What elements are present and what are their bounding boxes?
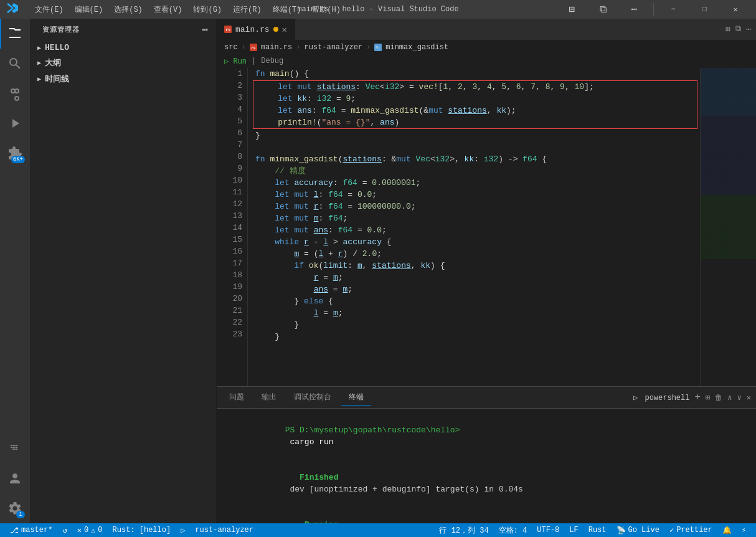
code-line-8: fn minmax_gasdist(stations: &mut Vec<i32… xyxy=(253,153,700,165)
breadcrumb-fn-icon: fn xyxy=(374,44,382,51)
window-controls: ⊞ ⧉ ⋯ − □ ✕ xyxy=(557,0,750,19)
sidebar-header: 资源管理器 ⋯ xyxy=(30,19,216,40)
search-activity-icon[interactable] xyxy=(0,49,30,78)
terminal-finished-label: Finished xyxy=(285,473,339,482)
run-button[interactable]: ▷ Run xyxy=(224,57,247,66)
more-actions-icon[interactable]: ⋯ xyxy=(746,24,751,34)
status-sync[interactable]: ↺ xyxy=(57,523,72,537)
sidebar-item-timeline[interactable]: ▶ 时间线 xyxy=(30,71,216,87)
tab-bar-actions: ⊞ ⧉ ⋯ xyxy=(721,19,756,40)
menu-file[interactable]: 文件(E) xyxy=(30,3,69,16)
run-debug-bar: ▷ Run | Debug xyxy=(217,54,756,68)
split-icon[interactable]: ⧉ xyxy=(588,0,617,19)
status-feedback[interactable]: 🔔 xyxy=(717,523,737,537)
add-terminal-icon[interactable]: + xyxy=(694,392,701,403)
terminal-up-icon[interactable]: ∧ xyxy=(727,393,732,402)
code-content[interactable]: fn main() { let mut stations: Vec<i32> =… xyxy=(248,68,700,386)
tab-main-rs[interactable]: rs main.rs ✕ xyxy=(217,19,295,40)
hello-expand-arrow: ▶ xyxy=(37,44,41,52)
extensions-activity-icon[interactable]: 6K+ xyxy=(0,138,30,168)
code-line-16: m = (l + r) / 2.0; xyxy=(253,248,700,260)
minimap xyxy=(700,68,756,386)
sidebar-item-hello[interactable]: ▶ HELLO xyxy=(30,40,216,55)
status-prettier-label: Prettier xyxy=(676,526,712,535)
status-position[interactable]: 行 12，列 34 xyxy=(434,523,493,537)
terminal-down-icon[interactable]: ∨ xyxy=(737,393,742,402)
breadcrumb-file[interactable]: main.rs xyxy=(261,43,292,52)
extensions-badge: 6K+ xyxy=(11,156,25,163)
status-errors[interactable]: ✕ 0 ⚠ 0 xyxy=(72,523,108,537)
code-line-23: } xyxy=(253,331,700,343)
menu-goto[interactable]: 转到(G) xyxy=(188,3,227,16)
status-line-ending[interactable]: LF xyxy=(564,523,583,537)
vscode-logo xyxy=(6,2,19,17)
menu-view[interactable]: 查看(V) xyxy=(149,3,187,16)
status-run-icon[interactable]: ▷ xyxy=(176,523,190,537)
panel-tab-terminal[interactable]: 终端 xyxy=(341,389,371,406)
editor-layout-icon[interactable]: ⊞ xyxy=(725,24,730,34)
status-prettier[interactable]: ✓ Prettier xyxy=(664,523,717,537)
remote-icon: ⚡ xyxy=(742,526,746,535)
status-encoding[interactable]: UTF-8 xyxy=(532,523,564,537)
code-line-22: } xyxy=(253,319,700,331)
status-go-live[interactable]: 📡 Go Live xyxy=(612,523,664,537)
maximize-button[interactable]: □ xyxy=(690,0,719,19)
sidebar: 资源管理器 ⋯ ▶ HELLO ▶ 大纲 ▶ 时间线 xyxy=(30,19,217,523)
new-file-icon[interactable]: ⋯ xyxy=(202,24,209,36)
code-line-3: let kk: i32 = 9; xyxy=(256,93,694,105)
panel-tab-output[interactable]: 输出 xyxy=(254,389,284,406)
status-rust-analyzer[interactable]: rust-analyzer xyxy=(190,523,258,537)
sidebar-item-outline-label: 大纲 xyxy=(45,57,61,69)
tab-bar: rs main.rs ✕ ⊞ ⧉ ⋯ xyxy=(217,19,756,40)
code-line-1: fn main() { xyxy=(253,68,700,80)
sidebar-item-outline[interactable]: ▶ 大纲 xyxy=(30,55,216,71)
panel-tab-problems[interactable]: 问题 xyxy=(222,389,252,406)
status-language[interactable]: Rust xyxy=(584,523,612,537)
source-control-activity-icon[interactable] xyxy=(0,78,30,108)
status-branch[interactable]: ⎇ master* xyxy=(5,523,57,537)
split-terminal-icon[interactable]: ⊞ xyxy=(706,393,710,402)
code-line-7 xyxy=(253,141,700,153)
panel-tab-debug-console[interactable]: 调试控制台 xyxy=(286,389,339,406)
code-line-21: l = m; xyxy=(253,307,700,319)
status-rust[interactable]: Rust: [hello] xyxy=(108,523,176,537)
highlight-region: let mut stations: Vec<i32> = vec![1, 2, … xyxy=(253,80,697,129)
code-line-20: } else { xyxy=(253,295,700,307)
customize-icon[interactable]: ⋯ xyxy=(620,0,648,19)
breadcrumb: src › rs main.rs › rust-analyzer › fn mi… xyxy=(217,40,756,54)
account-activity-icon[interactable] xyxy=(0,463,30,493)
docker-activity-icon[interactable] xyxy=(0,434,30,463)
status-remote[interactable]: ⚡ xyxy=(737,523,751,537)
split-editor-icon[interactable]: ⧉ xyxy=(735,24,741,34)
close-button[interactable]: ✕ xyxy=(721,0,750,19)
debug-button[interactable]: Debug xyxy=(261,57,283,65)
minimize-button[interactable]: − xyxy=(659,0,687,19)
status-go-live-label: Go Live xyxy=(628,526,659,535)
terminal-finished-detail: dev [unoptimized + debuginfo] target(s) … xyxy=(285,485,523,494)
status-error-count: 0 xyxy=(84,526,88,535)
terminal-running-line: Running `target\debug\hello.exe` xyxy=(227,507,746,523)
explorer-activity-icon[interactable] xyxy=(0,19,30,49)
menu-edit[interactable]: 编辑(E) xyxy=(70,3,108,16)
panel-tabs: 问题 输出 调试控制台 终端 ▷ powershell + ⊞ 🗑 ∧ ∨ xyxy=(217,387,756,409)
settings-activity-icon[interactable]: 1 xyxy=(0,493,30,523)
menu-run[interactable]: 运行(R) xyxy=(228,3,267,16)
breadcrumb-analyzer[interactable]: rust-analyzer xyxy=(304,43,362,52)
activity-bar: 6K+ 1 xyxy=(0,19,30,523)
code-line-11: let mut l: f64 = 0.0; xyxy=(253,189,700,201)
code-line-9: // 精度 xyxy=(253,165,700,177)
menu-select[interactable]: 选择(S) xyxy=(109,3,148,16)
close-panel-icon[interactable]: ✕ xyxy=(747,393,751,402)
layout-icon[interactable]: ⊞ xyxy=(557,0,586,19)
terminal-finished-line: Finished dev [unoptimized + debuginfo] t… xyxy=(227,460,746,507)
panel-tab-actions: ▷ powershell + ⊞ 🗑 ∧ ∨ ✕ xyxy=(633,392,751,403)
kill-terminal-icon[interactable]: 🗑 xyxy=(715,393,722,402)
outline-expand-arrow: ▶ xyxy=(37,59,41,67)
code-line-12: let mut r: f64 = 100000000.0; xyxy=(253,201,700,212)
code-line-19: ans = m; xyxy=(253,283,700,295)
run-debug-activity-icon[interactable] xyxy=(0,108,30,138)
tab-close-button[interactable]: ✕ xyxy=(282,24,287,35)
breadcrumb-src[interactable]: src xyxy=(224,43,238,52)
breadcrumb-function[interactable]: minmax_gasdist xyxy=(385,43,448,52)
status-spaces[interactable]: 空格: 4 xyxy=(494,523,532,537)
